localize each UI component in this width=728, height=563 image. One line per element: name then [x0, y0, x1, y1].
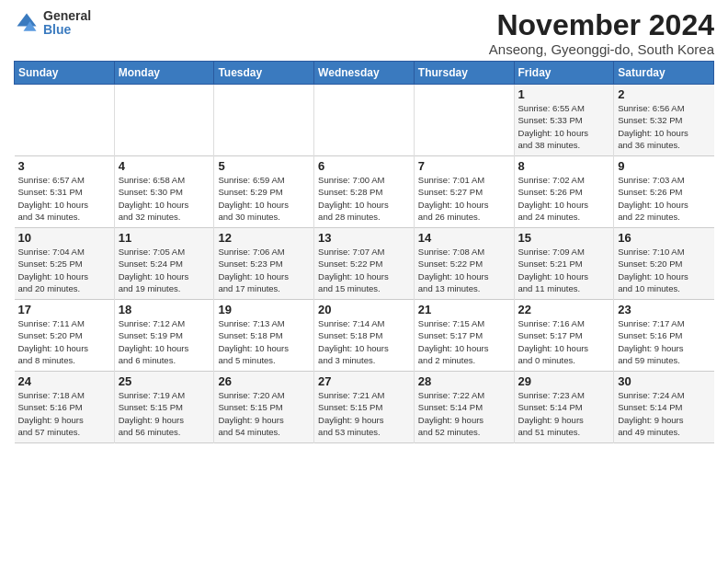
day-info: Sunrise: 7:18 AM Sunset: 5:16 PM Dayligh… [18, 389, 110, 438]
day-cell-2-0: 10Sunrise: 7:04 AM Sunset: 5:25 PM Dayli… [15, 228, 115, 300]
day-info: Sunrise: 7:22 AM Sunset: 5:14 PM Dayligh… [418, 389, 510, 438]
header-friday: Friday [514, 62, 614, 85]
day-info: Sunrise: 7:03 AM Sunset: 5:26 PM Dayligh… [618, 174, 710, 223]
day-info: Sunrise: 6:57 AM Sunset: 5:31 PM Dayligh… [18, 174, 110, 223]
day-info: Sunrise: 7:10 AM Sunset: 5:20 PM Dayligh… [618, 246, 710, 294]
day-cell-4-5: 29Sunrise: 7:23 AM Sunset: 5:14 PM Dayli… [514, 372, 614, 443]
day-number: 5 [218, 159, 310, 173]
logo-general: General [43, 9, 91, 23]
logo-text: General Blue [43, 9, 91, 38]
day-info: Sunrise: 7:06 AM Sunset: 5:23 PM Dayligh… [218, 246, 310, 294]
day-number: 19 [218, 303, 310, 316]
day-info: Sunrise: 7:16 AM Sunset: 5:17 PM Dayligh… [518, 317, 610, 366]
header-monday: Monday [114, 62, 214, 85]
logo: General Blue [14, 9, 91, 38]
day-info: Sunrise: 7:23 AM Sunset: 5:14 PM Dayligh… [518, 389, 610, 438]
day-cell-3-3: 20Sunrise: 7:14 AM Sunset: 5:18 PM Dayli… [314, 300, 415, 372]
header-sunday: Sunday [15, 62, 115, 85]
day-info: Sunrise: 7:07 AM Sunset: 5:22 PM Dayligh… [318, 246, 410, 294]
week-row-5: 24Sunrise: 7:18 AM Sunset: 5:16 PM Dayli… [15, 372, 714, 443]
day-cell-4-0: 24Sunrise: 7:18 AM Sunset: 5:16 PM Dayli… [15, 372, 115, 443]
day-number: 1 [518, 87, 610, 101]
day-info: Sunrise: 7:15 AM Sunset: 5:17 PM Dayligh… [418, 317, 510, 366]
day-cell-2-2: 12Sunrise: 7:06 AM Sunset: 5:23 PM Dayli… [214, 228, 314, 300]
day-info: Sunrise: 7:02 AM Sunset: 5:26 PM Dayligh… [518, 174, 610, 223]
logo-blue: Blue [43, 23, 91, 37]
day-cell-3-2: 19Sunrise: 7:13 AM Sunset: 5:18 PM Dayli… [214, 300, 314, 372]
day-number: 24 [18, 374, 110, 388]
day-info: Sunrise: 7:05 AM Sunset: 5:24 PM Dayligh… [119, 246, 210, 294]
day-cell-2-1: 11Sunrise: 7:05 AM Sunset: 5:24 PM Dayli… [114, 228, 214, 300]
day-number: 17 [18, 303, 110, 316]
day-number: 11 [119, 231, 210, 245]
day-cell-0-0 [15, 85, 115, 156]
day-info: Sunrise: 7:11 AM Sunset: 5:20 PM Dayligh… [18, 317, 110, 366]
svg-marker-0 [17, 14, 37, 27]
day-info: Sunrise: 6:55 AM Sunset: 5:33 PM Dayligh… [518, 102, 610, 151]
day-info: Sunrise: 7:14 AM Sunset: 5:18 PM Dayligh… [318, 317, 410, 366]
day-number: 16 [618, 231, 710, 245]
week-row-1: 1Sunrise: 6:55 AM Sunset: 5:33 PM Daylig… [15, 85, 714, 156]
day-info: Sunrise: 7:12 AM Sunset: 5:19 PM Dayligh… [119, 317, 210, 366]
day-number: 6 [318, 159, 410, 173]
day-number: 20 [318, 303, 410, 316]
day-info: Sunrise: 7:19 AM Sunset: 5:15 PM Dayligh… [119, 389, 210, 438]
day-number: 29 [518, 374, 610, 388]
day-cell-3-6: 23Sunrise: 7:17 AM Sunset: 5:16 PM Dayli… [614, 300, 714, 372]
week-row-4: 17Sunrise: 7:11 AM Sunset: 5:20 PM Dayli… [15, 300, 714, 372]
day-cell-0-2 [214, 85, 314, 156]
day-cell-1-2: 5Sunrise: 6:59 AM Sunset: 5:29 PM Daylig… [214, 156, 314, 228]
day-number: 21 [418, 303, 510, 316]
day-number: 25 [119, 374, 210, 388]
day-info: Sunrise: 7:24 AM Sunset: 5:14 PM Dayligh… [618, 389, 710, 438]
day-number: 12 [218, 231, 310, 245]
page-container: General Blue November 2024 Anseong, Gyeo… [0, 0, 728, 448]
day-cell-4-6: 30Sunrise: 7:24 AM Sunset: 5:14 PM Dayli… [614, 372, 714, 443]
day-cell-0-6: 2Sunrise: 6:56 AM Sunset: 5:32 PM Daylig… [614, 85, 714, 156]
week-row-3: 10Sunrise: 7:04 AM Sunset: 5:25 PM Dayli… [15, 228, 714, 300]
header-thursday: Thursday [414, 62, 514, 85]
header-saturday: Saturday [614, 62, 714, 85]
day-number: 13 [318, 231, 410, 245]
month-title: November 2024 [489, 9, 714, 41]
day-number: 2 [618, 87, 710, 101]
day-number: 30 [618, 374, 710, 388]
day-info: Sunrise: 6:56 AM Sunset: 5:32 PM Dayligh… [618, 102, 710, 151]
day-cell-0-3 [314, 85, 415, 156]
day-info: Sunrise: 7:21 AM Sunset: 5:15 PM Dayligh… [318, 389, 410, 438]
location-subtitle: Anseong, Gyeonggi-do, South Korea [489, 41, 714, 57]
day-cell-1-4: 7Sunrise: 7:01 AM Sunset: 5:27 PM Daylig… [414, 156, 514, 228]
day-info: Sunrise: 7:04 AM Sunset: 5:25 PM Dayligh… [18, 246, 110, 294]
day-number: 26 [218, 374, 310, 388]
day-cell-3-1: 18Sunrise: 7:12 AM Sunset: 5:19 PM Dayli… [114, 300, 214, 372]
day-cell-4-1: 25Sunrise: 7:19 AM Sunset: 5:15 PM Dayli… [114, 372, 214, 443]
day-cell-4-3: 27Sunrise: 7:21 AM Sunset: 5:15 PM Dayli… [314, 372, 415, 443]
day-number: 22 [518, 303, 610, 316]
header-tuesday: Tuesday [214, 62, 314, 85]
day-number: 8 [518, 159, 610, 173]
day-cell-1-1: 4Sunrise: 6:58 AM Sunset: 5:30 PM Daylig… [114, 156, 214, 228]
day-info: Sunrise: 7:09 AM Sunset: 5:21 PM Dayligh… [518, 246, 610, 294]
week-row-2: 3Sunrise: 6:57 AM Sunset: 5:31 PM Daylig… [15, 156, 714, 228]
day-cell-1-0: 3Sunrise: 6:57 AM Sunset: 5:31 PM Daylig… [15, 156, 115, 228]
day-cell-2-6: 16Sunrise: 7:10 AM Sunset: 5:20 PM Dayli… [614, 228, 714, 300]
day-info: Sunrise: 7:00 AM Sunset: 5:28 PM Dayligh… [318, 174, 410, 223]
day-info: Sunrise: 7:17 AM Sunset: 5:16 PM Dayligh… [618, 317, 710, 366]
day-cell-2-4: 14Sunrise: 7:08 AM Sunset: 5:22 PM Dayli… [414, 228, 514, 300]
day-number: 10 [18, 231, 110, 245]
day-info: Sunrise: 6:59 AM Sunset: 5:29 PM Dayligh… [218, 174, 310, 223]
day-number: 9 [618, 159, 710, 173]
day-number: 3 [18, 159, 110, 173]
day-number: 4 [119, 159, 210, 173]
title-block: November 2024 Anseong, Gyeonggi-do, Sout… [489, 9, 714, 57]
day-number: 18 [119, 303, 210, 316]
day-info: Sunrise: 7:20 AM Sunset: 5:15 PM Dayligh… [218, 389, 310, 438]
day-cell-1-5: 8Sunrise: 7:02 AM Sunset: 5:26 PM Daylig… [514, 156, 614, 228]
day-cell-1-3: 6Sunrise: 7:00 AM Sunset: 5:28 PM Daylig… [314, 156, 415, 228]
day-cell-1-6: 9Sunrise: 7:03 AM Sunset: 5:26 PM Daylig… [614, 156, 714, 228]
day-number: 23 [618, 303, 710, 316]
day-cell-4-2: 26Sunrise: 7:20 AM Sunset: 5:15 PM Dayli… [214, 372, 314, 443]
page-header: General Blue November 2024 Anseong, Gyeo… [14, 9, 714, 57]
day-info: Sunrise: 6:58 AM Sunset: 5:30 PM Dayligh… [119, 174, 210, 223]
day-cell-0-4 [414, 85, 514, 156]
